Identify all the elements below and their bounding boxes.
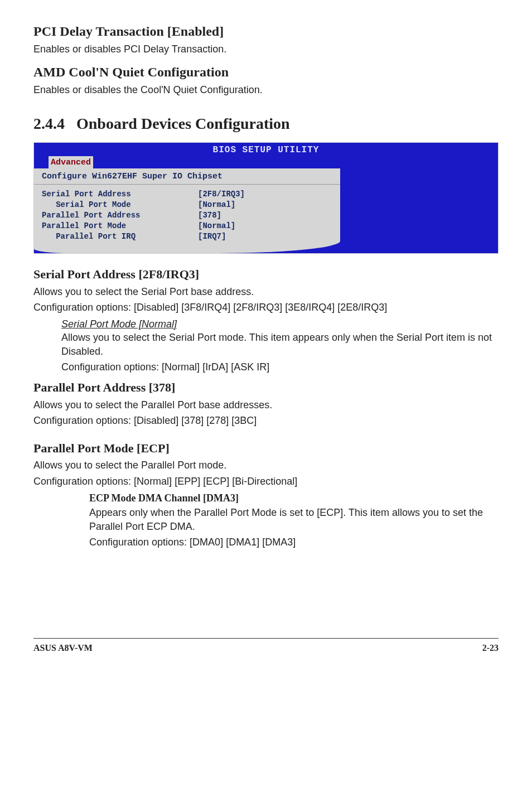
text-amd-cool: Enables or disables the Cool'N Quiet Con… [33,83,499,96]
bios-row-label: Serial Port Address [42,189,198,200]
bios-row-serial-port-address[interactable]: Serial Port Address [2F8/IRQ3] [42,189,332,200]
subsection-number: 2.4.4 [33,115,65,132]
bios-row-value: [Normal] [198,200,332,210]
bios-panel-title: Configure Win627EHF Super IO Chipset [34,168,340,185]
text-ecp-opts: Configuration options: [DMA0] [DMA1] [DM… [89,535,499,549]
bios-row-label: Parallel Port Mode [42,221,198,231]
bios-title: BIOS SETUP UTILITY [213,144,320,157]
heading-amd-cool: AMD Cool'N Quiet Configuration [33,63,499,81]
bios-body: Configure Win627EHF Super IO Chipset Ser… [34,168,498,253]
text-par-addr-1: Allows you to select the Parallel Port b… [33,398,499,412]
bios-main-panel: Configure Win627EHF Super IO Chipset Ser… [34,168,340,253]
heading-pci-delay: PCI Delay Transaction [Enabled] [33,22,499,40]
bios-row-value: [378] [198,210,332,221]
bios-side-panel [340,168,498,253]
heading-serial-port-address: Serial Port Address [2F8/IRQ3] [33,266,499,283]
block-serial-port-mode: Serial Port Mode [Normal] Allows you to … [61,317,499,374]
bios-rows: Serial Port Address [2F8/IRQ3] Serial Po… [34,185,340,253]
bios-row-parallel-port-irq[interactable]: Parallel Port IRQ [IRQ7] [42,231,332,242]
text-serial-mode-body: Allows you to select the Serial Port mod… [61,331,499,358]
footer-product: ASUS A8V-VM [33,642,93,654]
text-par-mode-2: Configuration options: [Normal] [EPP] [E… [33,475,499,488]
subheading-serial-port-mode: Serial Port Mode [Normal] [61,317,499,331]
subheading-ecp-mode: ECP Mode DMA Channel [DMA3] [89,491,499,505]
text-par-mode-1: Allows you to select the Parallel Port m… [33,458,499,472]
heading-onboard-devices: 2.4.4 Onboard Devices Configuration [33,113,499,134]
text-serial-addr-1: Allows you to select the Serial Port bas… [33,285,499,298]
bios-row-parallel-port-address[interactable]: Parallel Port Address [378] [42,210,332,221]
bios-row-label: Parallel Port Address [42,210,198,221]
subsection-title: Onboard Devices Configuration [76,115,290,132]
footer-page-number: 2-23 [482,642,499,654]
bios-header: BIOS SETUP UTILITY Advanced [34,143,498,168]
bios-row-parallel-port-mode[interactable]: Parallel Port Mode [Normal] [42,221,332,231]
bios-tab-advanced[interactable]: Advanced [49,156,93,168]
text-serial-addr-2: Configuration options: [Disabled] [3F8/I… [33,301,499,314]
bios-panel: BIOS SETUP UTILITY Advanced Configure Wi… [33,142,499,254]
bios-row-value: [Normal] [198,221,332,231]
page-footer: ASUS A8V-VM 2-23 [33,638,499,654]
heading-parallel-port-address: Parallel Port Address [378] [33,379,499,396]
bios-row-serial-port-mode[interactable]: Serial Port Mode [Normal] [42,200,332,210]
text-serial-mode-opts: Configuration options: [Normal] [IrDA] [… [61,360,499,374]
text-par-addr-2: Configuration options: [Disabled] [378] … [33,414,499,427]
bios-row-value: [IRQ7] [198,231,332,242]
bios-row-label: Serial Port Mode [42,200,198,210]
heading-parallel-port-mode: Parallel Port Mode [ECP] [33,440,499,457]
block-ecp-mode: ECP Mode DMA Channel [DMA3] Appears only… [89,491,499,549]
text-pci-delay: Enables or disables PCI Delay Transactio… [33,42,499,56]
bios-row-label: Parallel Port IRQ [42,231,198,242]
bios-row-value: [2F8/IRQ3] [198,189,332,200]
text-ecp-body: Appears only when the Parallel Port Mode… [89,506,499,533]
